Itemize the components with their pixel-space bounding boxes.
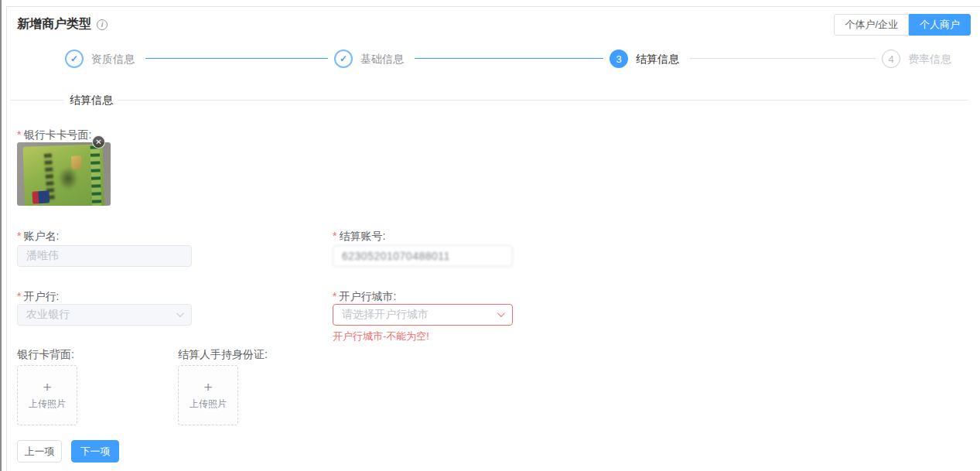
bank-city-select[interactable]: 请选择开户行城市 xyxy=(333,304,513,326)
step-2-label: 基础信息 xyxy=(360,53,404,67)
left-edge-divider xyxy=(0,0,2,471)
panel-border-top xyxy=(6,6,980,7)
merchant-type-toggle: 个体户/企业 个人商户 xyxy=(834,14,971,36)
toggle-company-button[interactable]: 个体户/企业 xyxy=(834,14,909,36)
chevron-down-icon xyxy=(176,309,184,317)
settlement-account-input[interactable] xyxy=(333,245,513,267)
check-icon: ✓ xyxy=(340,53,347,64)
step-4-circle[interactable]: 4 xyxy=(882,49,900,68)
card-artwork xyxy=(57,166,78,190)
remove-image-button[interactable]: ✕ xyxy=(92,135,105,148)
bank-city-placeholder: 请选择开户行城市 xyxy=(342,308,429,322)
unionpay-logo xyxy=(32,190,50,203)
divider-line-left xyxy=(11,100,63,101)
account-name-input xyxy=(17,245,192,267)
settlement-account-label: *结算账号: xyxy=(333,230,385,244)
section-title: 结算信息 xyxy=(67,94,116,108)
bank-select-value: 农业银行 xyxy=(26,308,70,322)
bank-card-front-thumbnail[interactable] xyxy=(17,142,111,206)
bank-name-strip xyxy=(90,145,102,206)
divider-line-right xyxy=(118,100,968,101)
info-icon[interactable]: i xyxy=(97,19,108,30)
id-in-hand-upload[interactable]: + 上传照片 xyxy=(178,365,238,425)
panel-border-left xyxy=(6,6,7,471)
step-connector-3 xyxy=(690,58,876,59)
page-title: 新增商户类型 xyxy=(17,16,91,32)
bank-city-label: *开户行城市: xyxy=(333,290,396,304)
step-2-circle[interactable]: ✓ xyxy=(334,49,353,68)
toggle-personal-button[interactable]: 个人商户 xyxy=(909,14,971,36)
bank-select: 农业银行 xyxy=(17,304,192,326)
plus-icon: + xyxy=(43,380,51,394)
step-3-circle[interactable]: 3 xyxy=(610,49,628,68)
next-step-button[interactable]: 下一项 xyxy=(71,440,119,462)
previous-step-button[interactable]: 上一项 xyxy=(17,440,62,462)
close-icon: ✕ xyxy=(95,138,101,146)
account-name-label: *账户名: xyxy=(17,230,59,244)
bank-card-back-upload[interactable]: + 上传照片 xyxy=(17,365,77,425)
chevron-down-icon xyxy=(497,309,505,317)
plus-icon: + xyxy=(203,380,212,394)
step-4-number: 4 xyxy=(888,53,893,65)
page-header: 新增商户类型 i xyxy=(17,16,108,32)
step-connector-1 xyxy=(145,58,328,59)
check-icon: ✓ xyxy=(70,53,78,64)
upload-photo-text: 上传照片 xyxy=(29,398,66,411)
bank-city-error: 开户行城市-不能为空! xyxy=(333,329,429,343)
required-mark: * xyxy=(17,128,21,141)
step-3-number: 3 xyxy=(616,53,621,65)
upload-photo-text: 上传照片 xyxy=(190,398,227,411)
bank-card-front-label: *银行卡卡号面: xyxy=(17,128,91,142)
bank-card-image xyxy=(23,144,105,206)
step-1-circle[interactable]: ✓ xyxy=(65,49,84,68)
id-in-hand-label: 结算人手持身份证: xyxy=(178,348,268,362)
step-4-label: 费率信息 xyxy=(908,53,951,67)
add-merchant-type-page: 新增商户类型 i 个体户/企业 个人商户 ✓ 资质信息 ✓ 基础信息 3 结算信… xyxy=(0,0,980,471)
step-3-label: 结算信息 xyxy=(636,53,679,67)
step-1-label: 资质信息 xyxy=(91,53,135,67)
bank-card-back-label: 银行卡背面: xyxy=(17,348,74,362)
step-connector-2 xyxy=(415,58,603,59)
bank-label: *开户行: xyxy=(17,290,59,304)
